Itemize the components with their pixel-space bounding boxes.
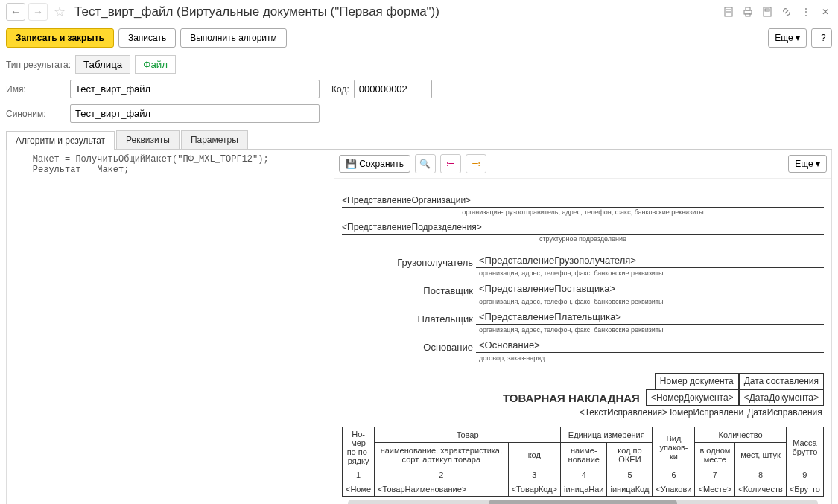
close-icon[interactable]: ✕ (819, 5, 832, 19)
col-pack: Вид упаков- ки (653, 427, 695, 468)
search-icon: 🔍 (419, 159, 431, 169)
star-icon[interactable]: ☆ (51, 4, 69, 20)
synonym-label: Синоним: (6, 109, 66, 119)
num-4: 4 (561, 468, 607, 482)
cell-unit-code: іиницаКод (607, 482, 653, 497)
dept-representation: <ПредставлениеПодразделения> (342, 220, 824, 235)
col-qty-places: мест, штук (735, 442, 787, 468)
num-8: 8 (735, 468, 787, 482)
col-goods-name: наименование, характеристика, сорт, арти… (375, 442, 508, 468)
code-input[interactable] (354, 80, 432, 98)
calculator-icon[interactable] (761, 5, 774, 19)
org-caption: организация-грузоотправитель, адрес, тел… (342, 208, 824, 220)
tab-algorithm[interactable]: Алгоритм и результат (6, 131, 115, 150)
link-icon[interactable] (780, 5, 793, 19)
col-goods: Товар (375, 427, 561, 443)
document-preview[interactable]: <ПредставлениеОрганизации> организация-г… (334, 179, 831, 504)
col-unit-name: наиме- нование (561, 442, 607, 468)
col-unit: Единица измерения (561, 427, 653, 443)
svg-rect-7 (765, 9, 769, 11)
cell-unit-name: іиницаНаи (561, 482, 607, 497)
tab-attributes[interactable]: Реквизиты (116, 130, 180, 149)
svg-rect-4 (746, 7, 750, 10)
doc-num-header: Номер документа (655, 373, 739, 389)
org-representation: <ПредставлениеОрганизации> (342, 194, 824, 208)
goods-table: Но- мер по по- рядку Товар Единица измер… (342, 427, 824, 497)
run-algorithm-button[interactable]: Выполнить алгоритм (180, 28, 287, 48)
cell-qty-one: <Месте> (695, 482, 735, 497)
num-1: 1 (343, 468, 375, 482)
payer-caption: организация, адрес, телефон, факс, банко… (479, 326, 824, 334)
cell-pack: <Упакови (653, 482, 695, 497)
result-type-label: Тип результата: (6, 60, 71, 70)
doc-num-value: <НомерДокумента> (646, 389, 739, 406)
consignee-label: Грузополучатель (387, 257, 476, 268)
table-row: <Номе <ТоварНаименование> <ТоварКод> іин… (343, 482, 824, 497)
preview-more-button[interactable]: Еще ▾ (788, 155, 827, 173)
name-label: Имя: (6, 84, 66, 95)
doc-date-header: Дата составления (739, 373, 824, 389)
num-6: 6 (653, 468, 695, 482)
supplier-label: Поставщик (387, 285, 476, 296)
chevron-down-icon: ▾ (796, 33, 800, 43)
col-num: Но- мер по по- рядку (343, 427, 375, 468)
print-icon[interactable] (741, 5, 755, 19)
col-mass: Масса брутто (786, 427, 823, 468)
num-3: 3 (508, 468, 560, 482)
chevron-down-icon: ▾ (816, 159, 820, 169)
preview-tree-expand-button[interactable]: ≔ (440, 154, 461, 173)
payer-label: Плательщик (387, 313, 476, 325)
num-7: 7 (695, 468, 735, 482)
consignee-value: <ПредставлениеГрузополучателя> (476, 253, 824, 268)
save-close-button[interactable]: Записать и закрыть (6, 28, 114, 48)
result-type-file[interactable]: Файл (135, 55, 176, 74)
col-unit-code: код по ОКЕИ (607, 442, 653, 468)
correction-date: ДатаИсправления (746, 407, 824, 418)
basis-value: <Основание> (476, 338, 824, 353)
nav-forward-button[interactable]: → (28, 3, 48, 21)
preview-save-button[interactable]: 💾 Сохранить (339, 155, 410, 173)
tree-collapse-icon: ≕ (472, 159, 480, 169)
result-type-table[interactable]: Таблица (75, 55, 130, 74)
basis-label: Основание (387, 342, 476, 353)
save-icon: 💾 (346, 159, 357, 169)
scrollbar-thumb[interactable] (489, 500, 676, 504)
num-5: 5 (607, 468, 653, 482)
synonym-input[interactable] (70, 104, 320, 123)
doc-date-value: <ДатаДокумента> (739, 389, 824, 406)
cell-mass: <Брутто (786, 482, 823, 497)
more-button[interactable]: Еще ▾ (768, 28, 807, 48)
cell-name: <ТоварНаименование> (375, 482, 508, 497)
supplier-value: <ПредставлениеПоставщика> (476, 281, 824, 296)
tree-expand-icon: ≔ (446, 159, 455, 169)
num-2: 2 (375, 468, 508, 482)
help-button[interactable]: ? (811, 28, 832, 48)
basis-caption: договор, заказ-наряд (479, 354, 824, 362)
correction-num: ІомерИсправлени (667, 407, 746, 418)
tab-parameters[interactable]: Параметры (181, 130, 248, 149)
cell-qty-places: <Количеств (735, 482, 787, 497)
code-editor[interactable]: Макет = ПолучитьОбщийМакет("ПФ_MXL_ТОРГ1… (7, 150, 334, 504)
col-goods-code: код (508, 442, 560, 468)
preview-tree-collapse-button[interactable]: ≕ (466, 154, 486, 173)
page-title: Тест_вирт_файл (Виртуальные документы ("… (74, 4, 439, 19)
consignee-caption: организация, адрес, телефон, факс, банко… (479, 269, 824, 277)
code-label: Код: (331, 84, 349, 95)
name-input[interactable] (70, 80, 320, 98)
dept-caption: структурное подразделение (342, 235, 824, 247)
save-button[interactable]: Записать (118, 28, 176, 48)
cell-code: <ТоварКод> (508, 482, 560, 497)
document-title: ТОВАРНАЯ НАКЛАДНАЯ (503, 392, 640, 404)
supplier-caption: организация, адрес, телефон, факс, банко… (479, 298, 824, 305)
num-9: 9 (786, 468, 823, 482)
more-icon[interactable]: ⋮ (799, 5, 813, 19)
col-qty: Количество (695, 427, 786, 443)
preview-search-button[interactable]: 🔍 (415, 154, 436, 173)
payer-value: <ПредставлениеПлательщика> (476, 310, 824, 325)
nav-back-button[interactable]: ← (6, 3, 25, 21)
horizontal-scrollbar[interactable] (348, 500, 818, 504)
report-icon[interactable] (722, 5, 735, 19)
cell-num: <Номе (343, 482, 375, 497)
col-qty-one: в одном месте (695, 442, 735, 468)
correction-text: <ТекстИсправления> (580, 407, 667, 418)
